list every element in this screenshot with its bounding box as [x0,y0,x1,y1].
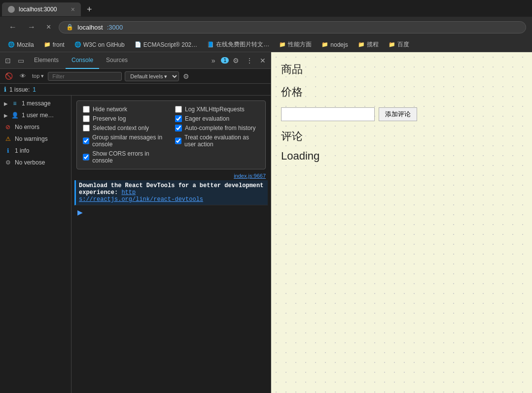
bookmark-icon: 📘 [207,41,214,48]
info-icon: ℹ [4,147,12,155]
tab-bar: localhost:3000 × + [0,0,532,17]
preserve-log-label: Preserve log [93,115,126,122]
back-button[interactable]: ← [6,22,20,33]
issues-count: 1 [33,86,36,93]
devtools-settings-btn[interactable]: ⚙ [230,55,242,66]
bookmark-front[interactable]: 📁 front [40,40,69,49]
active-tab[interactable]: localhost:3000 × [2,2,81,16]
tab-close-btn[interactable]: × [71,5,75,13]
tab-title: localhost:3000 [19,6,57,13]
expand-icon: ▶ [4,113,8,118]
selected-context-label: Selected context only [93,125,149,131]
bookmark-zaixian[interactable]: 📘 在线免费图片转文… [203,39,273,50]
expand-icon: ▶ [4,101,8,106]
devtools-select-mode-btn[interactable]: ⊡ [2,55,14,66]
bookmark-perf[interactable]: 📁 性能方面 [275,39,316,50]
eager-eval-label: Eager evaluation [185,115,229,122]
settings-preserve-log: Preserve log [83,114,167,123]
new-tab-button[interactable]: + [83,3,96,16]
group-similar-label: Group similar messages in console [92,134,167,148]
console-split: ▶ ≡ 1 message ▶ 👤 1 user me… ⊘ No errors… [0,96,271,393]
address-bar: ← → × 🔒 localhost:3000 [0,17,532,37]
devtools-close-btn[interactable]: ✕ [257,55,269,66]
bookmark-baidu[interactable]: 📁 百度 [385,39,413,50]
filter-input[interactable] [48,72,122,81]
tab-console[interactable]: Console [66,52,99,69]
forward-button[interactable]: → [25,22,38,33]
tab-elements-label: Elements [34,57,59,64]
webpage-panel: 商品 价格 添加评论 评论 Loading [271,52,532,393]
console-gear-btn[interactable]: ⚙ [183,72,189,80]
treat-code-label: Treat code evaluation as user action [184,134,259,148]
autocomplete-checkbox[interactable] [175,125,182,131]
address-input[interactable]: 🔒 localhost:3000 [59,21,526,33]
tab-favicon [8,6,15,13]
user-icon: 👤 [11,111,19,119]
show-cors-checkbox[interactable] [83,154,89,161]
sidebar-item-verbose[interactable]: ⚙ No verbose [0,157,71,168]
webpage-content: 商品 价格 添加评论 评论 Loading [281,62,522,163]
bookmark-label: W3C on GitHub [83,41,125,48]
settings-left-col: Hide network Preserve log Selected conte… [83,105,167,165]
level-selector[interactable]: Default levels ▾ Verbose Info Warnings E… [125,71,179,81]
console-sidebar: ▶ ≡ 1 message ▶ 👤 1 user me… ⊘ No errors… [0,96,71,393]
add-comment-button[interactable]: 添加评论 [379,107,417,121]
more-tabs-btn[interactable]: » [209,55,218,66]
reviews-label: 评论 [281,129,522,144]
preserve-log-checkbox[interactable] [83,115,90,122]
verbose-icon: ⚙ [4,159,12,166]
close-button[interactable]: × [43,22,54,33]
main-area: ⊡ ▭ Elements Console Sources » 1 ⚙ ⋮ ✕ 🚫… [0,52,532,393]
console-settings-panel: Hide network Preserve log Selected conte… [76,100,266,169]
eager-eval-checkbox[interactable] [175,115,182,122]
console-prompt-row: ▶ [74,205,268,219]
sidebar-item-errors[interactable]: ⊘ No errors [0,121,71,133]
issues-label: 1 issue: [9,86,30,93]
devtools-device-btn[interactable]: ▭ [15,55,27,66]
treat-code-checkbox[interactable] [175,137,181,144]
bookmark-ecma[interactable]: 📄 ECMAScript® 202… [131,40,202,49]
sidebar-verbose-label: No verbose [15,159,45,166]
autocomplete-label: Auto-complete from history [185,125,255,131]
sidebar-item-messages[interactable]: ▶ ≡ 1 message [0,98,71,109]
sidebar-item-info[interactable]: ℹ 1 info [0,145,71,157]
message-source-link[interactable]: index.js:9667 [234,173,266,179]
more-icon[interactable]: » [209,55,218,66]
settings-selected-context: Selected context only [83,124,167,132]
sidebar-item-user-messages[interactable]: ▶ 👤 1 user me… [0,109,71,121]
console-top-label: top ▾ [32,73,44,79]
bookmark-label: 揽程 [367,40,379,49]
hide-network-checkbox[interactable] [83,106,90,113]
bookmark-icon: 📄 [135,41,142,48]
bookmark-w3c[interactable]: 🌐 W3C on GitHub [71,40,129,49]
issues-bar: ℹ 1 issue: 1 [0,84,271,96]
devtools-toolbar: ⊡ ▭ Elements Console Sources » 1 ⚙ ⋮ ✕ [0,52,271,69]
log-xmlhttp-checkbox[interactable] [175,106,182,113]
group-similar-checkbox[interactable] [83,137,89,144]
bookmark-icon: 📁 [358,41,365,48]
devtools-more-btn[interactable]: ⋮ [243,55,256,66]
message-bold-text: Download the React DevTools for a better… [79,182,263,196]
sidebar-messages-label: 1 message [22,100,51,107]
sidebar-errors-label: No errors [15,124,39,131]
console-main: Hide network Preserve log Selected conte… [71,96,271,393]
log-xmlhttp-label: Log XMLHttpRequests [185,106,245,113]
browser-chrome: localhost:3000 × + ← → × 🔒 localhost:300… [0,0,532,52]
tab-sources[interactable]: Sources [100,52,134,69]
console-clear-btn[interactable]: 🚫 [3,71,15,81]
tab-elements[interactable]: Elements [28,52,65,69]
bookmark-mozila[interactable]: 🌐 Mozila [4,40,38,49]
bookmark-icon: 🌐 [8,41,15,48]
console-eye-btn[interactable]: 👁 [18,71,28,81]
sidebar-item-warnings[interactable]: ⚠ No warnings [0,133,71,145]
bookmark-tanc[interactable]: 📁 揽程 [354,39,383,50]
issues-info-icon: ℹ [4,86,6,93]
prompt-arrow[interactable]: ▶ [77,208,83,216]
bookmark-nodejs[interactable]: 📁 nodejs [318,40,352,49]
console-toolbar: 🚫 👁 top ▾ Default levels ▾ Verbose Info … [0,69,271,84]
comment-input[interactable] [281,107,375,121]
settings-show-cors: Show CORS errors in console [83,149,167,165]
bookmark-icon: 🌐 [74,41,81,48]
sidebar-user-label: 1 user me… [22,112,54,119]
selected-context-checkbox[interactable] [83,125,90,131]
